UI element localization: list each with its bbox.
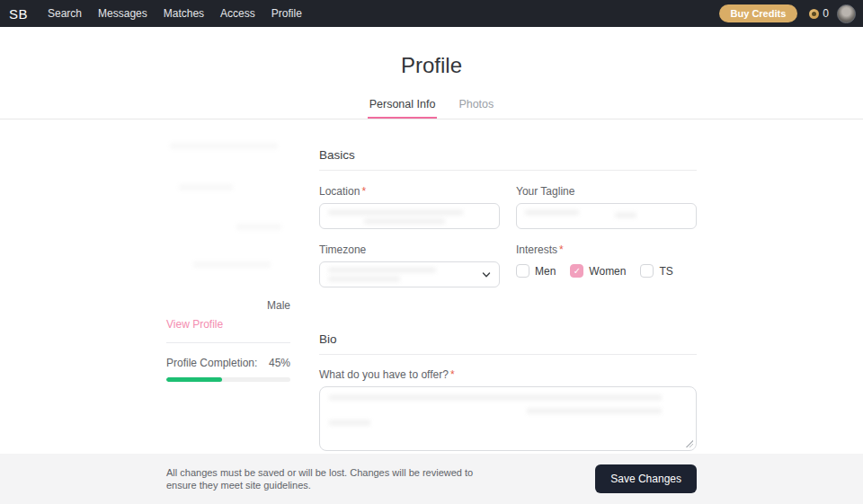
profile-completion-row: Profile Completion: 45%: [166, 357, 290, 369]
chevron-down-icon: [482, 270, 491, 279]
location-input[interactable]: [319, 203, 500, 229]
redacted-text: [236, 224, 281, 230]
required-asterisk: *: [450, 368, 455, 381]
profile-photo-placeholder: [166, 137, 290, 288]
interest-women[interactable]: ✓ Women: [570, 264, 626, 278]
avatar[interactable]: [837, 4, 856, 23]
redacted-text: [527, 408, 662, 414]
redacted-text: [329, 394, 662, 401]
buy-credits-button[interactable]: Buy Credits: [719, 4, 798, 22]
tabs-strip: Personal Info Photos: [0, 98, 863, 119]
view-profile-link[interactable]: View Profile: [166, 318, 223, 331]
timezone-field-group: Timezone: [319, 243, 500, 287]
page-title: Profile: [0, 53, 863, 78]
profile-sidebar: Male View Profile Profile Completion: 45…: [166, 119, 290, 504]
credits-count: 0: [823, 7, 829, 20]
tabs: Personal Info Photos: [0, 98, 863, 119]
bio-heading: Bio: [319, 332, 697, 346]
redacted-text: [170, 143, 278, 149]
redacted-text: [193, 261, 271, 268]
required-asterisk: *: [361, 185, 366, 198]
redacted-text: [328, 267, 436, 273]
tab-photos[interactable]: Photos: [458, 98, 494, 119]
timezone-select[interactable]: [319, 261, 500, 287]
profile-completion-label: Profile Completion:: [166, 357, 257, 369]
nav-item-matches[interactable]: Matches: [164, 7, 204, 20]
gender-value: Male: [166, 299, 290, 312]
completion-progress-fill: [166, 377, 222, 382]
basics-heading: Basics: [319, 148, 697, 162]
checkbox-men[interactable]: ✓: [516, 264, 529, 278]
redacted-text: [179, 184, 233, 190]
offer-label: What do you have to offer?*: [319, 368, 697, 381]
nav-links: Search Messages Matches Access Profile: [48, 7, 719, 20]
navbar-right: Buy Credits 0: [719, 4, 856, 23]
checkbox-women[interactable]: ✓: [570, 264, 583, 278]
site-logo[interactable]: SB: [9, 6, 28, 22]
tagline-input[interactable]: [516, 203, 697, 229]
location-label: Location*: [319, 185, 500, 198]
interest-men[interactable]: ✓ Men: [516, 264, 556, 278]
credits-indicator: 0: [809, 7, 829, 20]
redacted-text: [329, 420, 370, 426]
nav-item-search[interactable]: Search: [48, 7, 82, 20]
tagline-label: Your Tagline: [516, 185, 697, 198]
footer-note: All changes must be saved or will be los…: [166, 466, 476, 491]
bio-divider: [319, 354, 697, 355]
nav-item-profile[interactable]: Profile: [271, 7, 302, 20]
interests-field-group: Interests* ✓ Men ✓ Women ✓ TS: [516, 243, 697, 287]
basics-divider: [319, 170, 697, 171]
interests-options: ✓ Men ✓ Women ✓ TS: [516, 264, 697, 278]
profile-completion-value: 45%: [269, 357, 290, 369]
footer-bar: All changes must be saved or will be los…: [0, 454, 863, 504]
redacted-text: [525, 209, 579, 216]
nav-item-messages[interactable]: Messages: [98, 7, 147, 20]
save-changes-button[interactable]: Save Changes: [595, 464, 697, 493]
redacted-text: [615, 212, 636, 218]
tab-personal-info[interactable]: Personal Info: [369, 98, 436, 119]
nav-item-access[interactable]: Access: [220, 7, 255, 20]
completion-progress-bar: [166, 377, 290, 382]
required-asterisk: *: [559, 243, 564, 256]
offer-textarea[interactable]: [319, 386, 697, 451]
coin-icon: [809, 9, 819, 19]
interests-label: Interests*: [516, 243, 697, 256]
sidebar-divider: [166, 342, 290, 343]
timezone-label: Timezone: [319, 243, 500, 256]
top-navbar: SB Search Messages Matches Access Profil…: [0, 0, 863, 27]
resize-handle[interactable]: [686, 440, 693, 447]
location-field-group: Location*: [319, 185, 500, 229]
redacted-text: [328, 209, 463, 216]
tagline-field-group: Your Tagline: [516, 185, 697, 229]
checkbox-ts[interactable]: ✓: [640, 264, 654, 278]
interest-ts[interactable]: ✓ TS: [640, 264, 672, 278]
profile-form: Basics Location* Your Tagline: [319, 119, 697, 504]
redacted-text: [328, 276, 400, 282]
redacted-text: [364, 218, 445, 225]
